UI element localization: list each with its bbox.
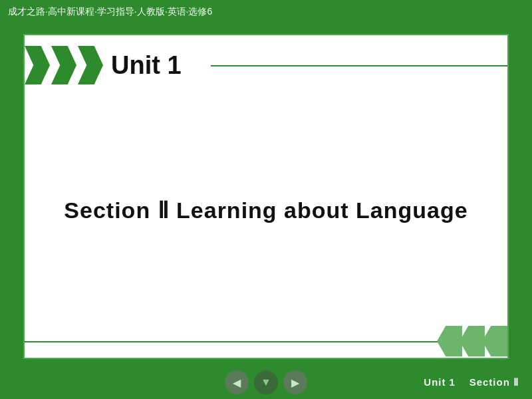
right-decoration-area xyxy=(440,325,507,358)
header-bar: 成才之路·高中新课程·学习指导·人教版·英语·选修6 xyxy=(0,0,532,24)
slide-middle-section: Section Ⅱ Learning about Language xyxy=(25,95,507,325)
section-label: Section Ⅱ Learning about Language xyxy=(64,197,467,223)
chevron-left-2 xyxy=(51,46,76,84)
slide-bottom-section xyxy=(25,325,507,358)
chevron-right-1 xyxy=(437,326,462,356)
chevron-right-3 xyxy=(482,326,507,356)
header-title: 成才之路·高中新课程·学习指导·人教版·英语·选修6 xyxy=(8,6,212,18)
left-decoration-area xyxy=(25,35,104,95)
slide-top-section: Unit 1 xyxy=(25,35,507,95)
chevron-left-1 xyxy=(25,46,50,84)
home-button[interactable]: ▼ xyxy=(254,370,278,394)
chevrons-left-icon xyxy=(25,46,103,84)
bottom-navigation-bar: ◀ ▼ ▶ Unit 1 Section Ⅱ xyxy=(0,366,532,399)
nav-button-group: ◀ ▼ ▶ xyxy=(225,370,307,394)
chevron-left-3 xyxy=(78,46,103,84)
bottom-unit-text: Unit 1 xyxy=(424,376,456,388)
chevron-right-2 xyxy=(460,326,485,356)
slide-card: Unit 1 Section Ⅱ Learning about Language xyxy=(23,34,509,359)
bottom-divider-line xyxy=(25,341,467,342)
next-button[interactable]: ▶ xyxy=(283,370,307,394)
bottom-label: Unit 1 Section Ⅱ xyxy=(424,376,519,388)
prev-button[interactable]: ◀ xyxy=(225,370,249,394)
unit-label: Unit 1 xyxy=(111,51,182,80)
top-divider-line xyxy=(211,65,507,66)
bottom-section-text: Section Ⅱ xyxy=(469,376,519,388)
slide-wrapper: Unit 1 Section Ⅱ Learning about Language xyxy=(0,24,532,366)
